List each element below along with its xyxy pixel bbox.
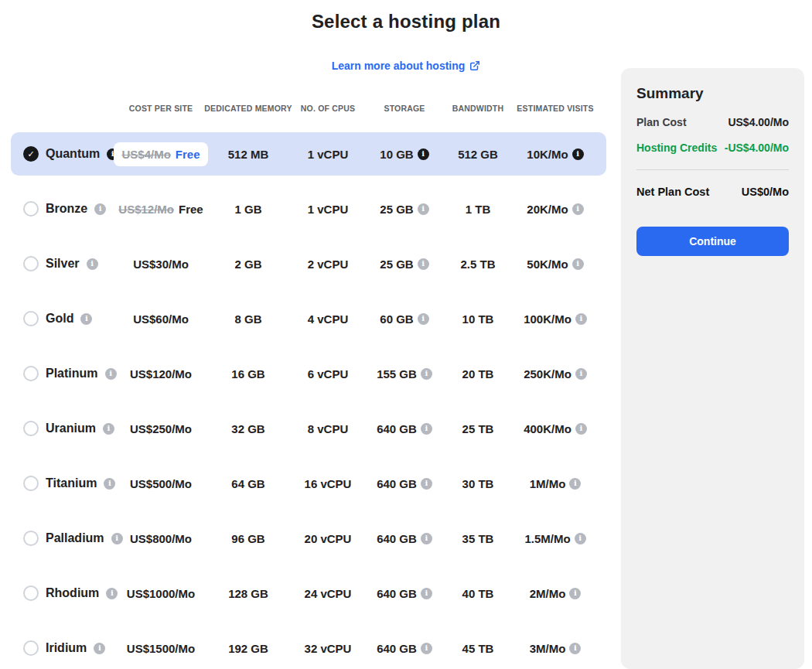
memory-value: 64 GB bbox=[198, 477, 299, 490]
plan-name: Titanium bbox=[46, 476, 97, 490]
visits-info-icon[interactable]: i bbox=[572, 258, 584, 270]
plan-cost-row: Plan Cost US$4.00/Mo bbox=[636, 116, 789, 128]
column-header-cost: COST PER SITE bbox=[124, 104, 198, 113]
memory-value: 512 MB bbox=[198, 148, 299, 161]
storage-info-icon[interactable]: i bbox=[418, 313, 429, 325]
plan-row[interactable]: ✓ Gold i US$60/Mo 8 GB 4 vCPU 60 GB i 10… bbox=[11, 297, 606, 340]
plan-row[interactable]: ✓ Rhodium i US$1000/Mo 128 GB 24 vCPU 64… bbox=[11, 572, 606, 615]
hosting-credits-value: -US$4.00/Mo bbox=[725, 142, 789, 154]
storage-value: 640 GB bbox=[377, 422, 417, 435]
plan-row[interactable]: ✓ Quantum i US$4/Mo Free 512 MB 1 vCPU 1… bbox=[11, 132, 606, 176]
plan-radio[interactable]: ✓ bbox=[23, 421, 39, 436]
plan-radio[interactable]: ✓ bbox=[23, 366, 39, 381]
visits-info-icon[interactable]: i bbox=[569, 478, 581, 490]
bandwidth-value: 2.5 TB bbox=[452, 258, 504, 271]
plan-name: Palladium bbox=[46, 531, 104, 545]
price-value: US$800/Mo bbox=[130, 532, 192, 545]
plan-radio[interactable]: ✓ bbox=[23, 585, 39, 601]
storage-info-icon[interactable]: i bbox=[421, 368, 432, 380]
price-pill: US$60/Mo bbox=[133, 312, 189, 326]
bandwidth-value: 30 TB bbox=[452, 477, 504, 490]
storage-value: 640 GB bbox=[377, 587, 417, 600]
storage-info-icon[interactable]: i bbox=[418, 148, 429, 160]
page-header: Select a hosting plan Learn more about h… bbox=[0, 0, 812, 68]
continue-button[interactable]: Continue bbox=[636, 227, 789, 256]
plan-radio[interactable]: ✓ bbox=[23, 311, 39, 326]
visits-info-icon[interactable]: i bbox=[575, 533, 586, 544]
visits-value: 250K/Mo bbox=[524, 367, 571, 381]
plan-info-icon[interactable]: i bbox=[94, 643, 105, 654]
plans-table: COST PER SITE DEDICATED MEMORY NO. OF CP… bbox=[11, 68, 606, 669]
plan-name: Uranium bbox=[46, 422, 96, 435]
plan-info-icon[interactable]: i bbox=[106, 588, 118, 599]
bandwidth-value: 25 TB bbox=[452, 422, 504, 435]
column-header-bandwidth: BANDWIDTH bbox=[452, 104, 504, 113]
plan-info-icon[interactable]: i bbox=[104, 478, 115, 490]
plan-info-icon[interactable]: i bbox=[87, 258, 98, 270]
memory-value: 32 GB bbox=[198, 422, 299, 435]
price-value: US$500/Mo bbox=[130, 477, 192, 490]
plan-row[interactable]: ✓ Platinum i US$120/Mo 16 GB 6 vCPU 155 … bbox=[11, 352, 606, 395]
net-plan-cost-label: Net Plan Cost bbox=[636, 186, 709, 198]
plan-row[interactable]: ✓ Silver i US$30/Mo 2 GB 2 vCPU 25 GB i … bbox=[11, 242, 606, 285]
visits-info-icon[interactable]: i bbox=[569, 643, 581, 654]
visits-info-icon[interactable]: i bbox=[572, 148, 584, 160]
plan-row[interactable]: ✓ Iridium i US$1500/Mo 192 GB 32 vCPU 64… bbox=[11, 626, 606, 669]
plan-info-icon[interactable]: i bbox=[111, 533, 123, 544]
plan-info-icon[interactable]: i bbox=[103, 423, 114, 435]
plan-radio[interactable]: ✓ bbox=[23, 201, 39, 217]
price-pill: US$500/Mo bbox=[130, 477, 192, 490]
plan-info-icon[interactable]: i bbox=[105, 368, 117, 380]
plan-row[interactable]: ✓ Palladium i US$800/Mo 96 GB 20 vCPU 64… bbox=[11, 517, 606, 560]
net-plan-cost-value: US$0/Mo bbox=[742, 186, 789, 198]
storage-value: 640 GB bbox=[377, 532, 417, 545]
plan-row[interactable]: ✓ Bronze i US$12/Mo Free 1 GB 1 vCPU 25 … bbox=[11, 187, 606, 230]
original-price: US$4/Mo bbox=[121, 148, 170, 161]
storage-info-icon[interactable]: i bbox=[421, 478, 432, 490]
storage-value: 10 GB bbox=[380, 148, 413, 161]
cpus-value: 1 vCPU bbox=[299, 203, 357, 216]
memory-value: 128 GB bbox=[198, 587, 299, 600]
price-pill: US$800/Mo bbox=[130, 532, 192, 545]
plan-radio[interactable]: ✓ bbox=[23, 640, 39, 656]
hosting-plan-page: Select a hosting plan Learn more about h… bbox=[0, 0, 812, 669]
visits-value: 1.5M/Mo bbox=[524, 532, 570, 545]
plan-row[interactable]: ✓ Titanium i US$500/Mo 64 GB 16 vCPU 640… bbox=[11, 462, 606, 505]
visits-info-icon[interactable]: i bbox=[575, 368, 587, 380]
bandwidth-value: 40 TB bbox=[452, 587, 504, 600]
plan-radio[interactable]: ✓ bbox=[23, 531, 39, 546]
storage-info-icon[interactable]: i bbox=[421, 533, 432, 544]
plan-row[interactable]: ✓ Uranium i US$250/Mo 32 GB 8 vCPU 640 G… bbox=[11, 407, 606, 450]
visits-info-icon[interactable]: i bbox=[575, 313, 587, 325]
visits-info-icon[interactable]: i bbox=[572, 203, 584, 215]
memory-value: 2 GB bbox=[198, 258, 299, 271]
storage-info-icon[interactable]: i bbox=[421, 423, 432, 435]
column-header-visits: ESTIMATED VISITS bbox=[504, 104, 606, 113]
price-pill: US$30/Mo bbox=[133, 258, 189, 271]
original-price: US$12/Mo bbox=[118, 203, 174, 216]
storage-value: 25 GB bbox=[380, 258, 413, 271]
price-value: Free bbox=[176, 148, 200, 161]
plan-info-icon[interactable]: i bbox=[80, 313, 92, 325]
visits-info-icon[interactable]: i bbox=[575, 423, 587, 435]
plan-name: Platinum bbox=[46, 367, 98, 381]
plan-name: Gold bbox=[46, 312, 73, 326]
cpus-value: 6 vCPU bbox=[299, 367, 357, 381]
storage-value: 60 GB bbox=[380, 312, 413, 326]
storage-info-icon[interactable]: i bbox=[421, 643, 432, 654]
storage-info-icon[interactable]: i bbox=[421, 588, 432, 599]
plan-radio[interactable]: ✓ bbox=[23, 476, 39, 491]
plan-info-icon[interactable]: i bbox=[94, 203, 106, 215]
plan-radio[interactable]: ✓ bbox=[23, 256, 39, 271]
storage-info-icon[interactable]: i bbox=[418, 258, 429, 270]
plan-cost-value: US$4.00/Mo bbox=[728, 116, 789, 128]
price-value: US$60/Mo bbox=[133, 312, 189, 326]
storage-info-icon[interactable]: i bbox=[418, 203, 429, 215]
price-value: US$30/Mo bbox=[133, 258, 189, 271]
visits-value: 50K/Mo bbox=[527, 258, 568, 271]
plan-radio[interactable]: ✓ bbox=[23, 146, 39, 162]
cpus-value: 20 vCPU bbox=[299, 532, 357, 545]
storage-value: 640 GB bbox=[377, 642, 417, 655]
bandwidth-value: 512 GB bbox=[452, 148, 504, 161]
visits-info-icon[interactable]: i bbox=[569, 588, 581, 599]
